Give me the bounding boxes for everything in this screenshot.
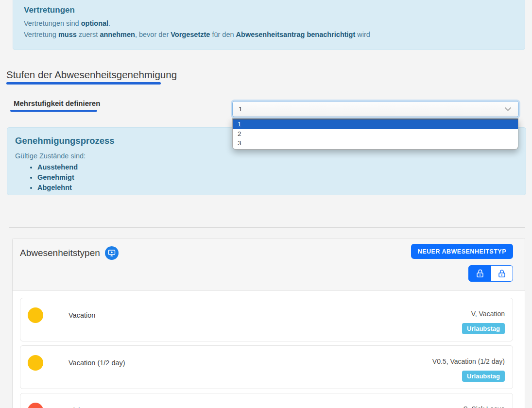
absence-types-title: Abwesenheitstypen [20, 248, 100, 258]
dropdown-option[interactable]: 1 [233, 119, 518, 129]
absence-type-name: Vacation [69, 311, 95, 319]
multilevel-label: Mehrstufigkeit definieren [14, 99, 100, 107]
absence-types-card-header: Abwesenheitstypen NEUER ABWESENHEITSTYP [13, 238, 525, 291]
absence-types-card: Abwesenheitstypen NEUER ABWESENHEITSTYP [12, 238, 525, 408]
absence-type-color-dot [28, 355, 43, 371]
lock-toggle-button[interactable] [491, 265, 513, 282]
approval-state-item: Ausstehend [37, 163, 516, 171]
chevron-down-icon [504, 107, 512, 112]
absence-type-row[interactable]: Vacation V, Vacation Urlaubstag [20, 298, 513, 341]
vertretungen-title: Vertretungen [24, 5, 514, 15]
multilevel-label-underline [10, 110, 97, 112]
section-title-underline [6, 82, 161, 85]
absence-type-name: Vacation (1/2 day) [69, 359, 125, 367]
lock-toggle-group [468, 265, 513, 282]
vertretungen-line2: Vertretung muss zuerst annehmen, bevor d… [24, 31, 514, 38]
unlock-toggle-button[interactable] [468, 265, 491, 282]
absence-types-list: Vacation V, Vacation Urlaubstag Vacation… [13, 291, 525, 408]
vertretungen-info-box: Vertretungen Vertretungen sind optional.… [13, 0, 525, 50]
absence-type-code: V, Vacation [471, 310, 505, 318]
absence-type-color-dot [28, 403, 43, 408]
absence-type-code: S, Sick Leave [463, 405, 505, 408]
absence-type-code: V0.5, Vacation (1/2 day) [432, 357, 505, 365]
vertretungen-line1: Vertretungen sind optional. [24, 19, 514, 27]
approval-state-item: Abgelehnt [37, 184, 516, 191]
dropdown-option[interactable]: 2 [233, 129, 518, 139]
absence-type-row[interactable]: Vacation (1/2 day) V0.5, Vacation (1/2 d… [20, 345, 513, 389]
approval-level-select[interactable]: 1 [232, 101, 519, 117]
absence-type-color-dot [28, 307, 43, 323]
settings-page: Vertretungen Vertretungen sind optional.… [0, 0, 532, 408]
approval-states-list: Ausstehend Genehmigt Abgelehnt [15, 163, 516, 191]
unlock-icon [475, 268, 485, 279]
approval-process-intro: Gültige Zustände sind: [15, 152, 516, 160]
section-divider [9, 227, 525, 228]
approval-level-select-value: 1 [239, 105, 504, 113]
section-title-approval-levels: Stufen der Abwesenheitsgenehmigung [6, 69, 177, 81]
lock-icon [497, 268, 507, 279]
video-tutorial-icon[interactable] [105, 246, 119, 260]
approval-level-dropdown: 1 2 3 [232, 119, 518, 150]
absence-type-row[interactable]: Sick Leave S, Sick Leave [20, 393, 513, 408]
absence-type-badge: Urlaubstag [462, 371, 505, 382]
approval-state-item: Genehmigt [37, 173, 516, 181]
new-absence-type-button[interactable]: NEUER ABWESENHEITSTYP [411, 244, 513, 259]
dropdown-option[interactable]: 3 [233, 138, 518, 148]
absence-type-badge: Urlaubstag [462, 323, 505, 334]
